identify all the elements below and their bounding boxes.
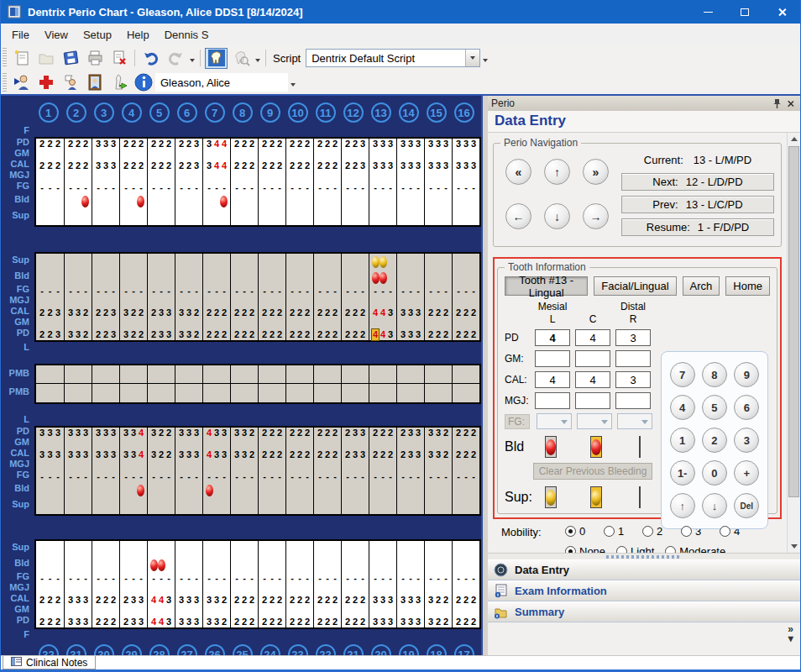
keypad-key-↓[interactable]: ↓ bbox=[702, 493, 727, 518]
tooth-column[interactable]: 222222--- bbox=[258, 428, 285, 514]
radio-plaque-none[interactable] bbox=[565, 546, 576, 553]
mgj-input-l[interactable] bbox=[535, 392, 570, 409]
tooth-column[interactable]: ---222222 bbox=[36, 541, 64, 627]
pmb-column[interactable] bbox=[64, 365, 92, 402]
redo-button[interactable] bbox=[164, 48, 186, 69]
tooth-column[interactable]: 223223--- bbox=[341, 139, 369, 225]
tooth-column[interactable]: ---222222 bbox=[313, 541, 341, 627]
tooth-column[interactable]: 333333--- bbox=[452, 139, 479, 225]
tooth-column[interactable]: 333333--- bbox=[92, 139, 119, 225]
tooth-column[interactable]: ---333333 bbox=[396, 541, 424, 627]
tooth-column[interactable]: ---333333 bbox=[396, 254, 424, 340]
view-dropdown[interactable] bbox=[253, 50, 262, 66]
tooth-column[interactable]: 333333--- bbox=[396, 139, 424, 225]
keypad-key-7[interactable]: 7 bbox=[670, 362, 695, 387]
nav-left-button[interactable]: ← bbox=[505, 203, 531, 229]
tooth-column[interactable]: 222222--- bbox=[119, 139, 147, 225]
tooth-number-4[interactable]: 4 bbox=[122, 102, 142, 123]
tooth-column[interactable]: ---233233 bbox=[147, 254, 175, 340]
tooth-column[interactable]: 333333--- bbox=[175, 428, 202, 514]
tooth-number-13[interactable]: 13 bbox=[371, 102, 391, 123]
pmb-column[interactable] bbox=[341, 365, 369, 402]
tooth-number-20[interactable]: 20 bbox=[371, 644, 391, 655]
pmb-column[interactable] bbox=[230, 365, 258, 402]
bleeding-box-r[interactable] bbox=[639, 436, 641, 458]
new-exam-button[interactable] bbox=[10, 48, 33, 69]
radio-label-moderate[interactable]: Moderate bbox=[679, 545, 725, 553]
tooth-number-11[interactable]: 11 bbox=[316, 102, 336, 123]
undo-redo-dropdown[interactable] bbox=[187, 50, 196, 66]
section-data-entry[interactable]: Data Entry bbox=[488, 559, 800, 580]
cal-input-c[interactable]: 4 bbox=[575, 371, 610, 388]
keypad-key-1[interactable]: 1 bbox=[670, 428, 695, 453]
gm-input-c[interactable] bbox=[575, 350, 610, 367]
tooth-column[interactable]: 233233--- bbox=[341, 428, 369, 514]
radio-label-none[interactable]: None bbox=[579, 545, 605, 553]
nav-right-button[interactable]: → bbox=[583, 203, 609, 229]
tooth-number-25[interactable]: 25 bbox=[233, 644, 253, 655]
tooth-column[interactable]: ---233233 bbox=[119, 541, 147, 627]
tooth-number-24[interactable]: 24 bbox=[260, 644, 280, 655]
suppuration-box-c[interactable] bbox=[590, 486, 602, 508]
suppuration-box-l[interactable] bbox=[545, 486, 557, 508]
tooth-number-19[interactable]: 19 bbox=[399, 644, 419, 655]
patient-picture-button[interactable] bbox=[83, 72, 106, 93]
pmb-column[interactable] bbox=[452, 365, 479, 402]
next-button[interactable]: Next: 12 - L/D/PD bbox=[621, 173, 774, 191]
tooth-column[interactable]: 222222--- bbox=[313, 428, 341, 514]
minimize-button[interactable] bbox=[689, 0, 726, 24]
radio-mobility-1[interactable] bbox=[604, 526, 615, 537]
pd-input-c[interactable]: 4 bbox=[575, 329, 610, 346]
tooth-column[interactable]: ---332332 bbox=[64, 254, 92, 340]
print-button[interactable] bbox=[83, 48, 106, 69]
script-more-dropdown[interactable] bbox=[480, 50, 490, 66]
keypad-key-2[interactable]: 2 bbox=[702, 428, 727, 453]
pd-input-l[interactable]: 4 bbox=[535, 329, 570, 346]
scrollbar-thumb[interactable] bbox=[788, 146, 799, 497]
maximize-button[interactable] bbox=[726, 0, 763, 24]
tooth-column[interactable]: 222222--- bbox=[285, 428, 313, 514]
keypad-key-1-[interactable]: 1- bbox=[670, 460, 695, 486]
facial-lingual-button[interactable]: Facial/Lingual bbox=[594, 276, 676, 296]
tooth-number-10[interactable]: 10 bbox=[288, 102, 308, 123]
pd-input-r[interactable]: 3 bbox=[615, 329, 651, 346]
tooth-number-9[interactable]: 9 bbox=[260, 102, 280, 123]
tooth-column[interactable]: ---222222 bbox=[341, 541, 369, 627]
radio-plaque-moderate[interactable] bbox=[665, 546, 676, 553]
tooth-column[interactable]: 222222--- bbox=[285, 139, 313, 225]
tooth-number-3[interactable]: 3 bbox=[94, 102, 114, 123]
clinical-notes-tab[interactable]: Clinical Notes bbox=[3, 656, 96, 669]
vertical-splitter[interactable] bbox=[481, 96, 488, 655]
patient-alerts-button[interactable] bbox=[59, 72, 81, 93]
tooth-number-1[interactable]: 1 bbox=[39, 102, 59, 123]
home-button[interactable]: Home bbox=[725, 276, 770, 296]
tooth-number-14[interactable]: 14 bbox=[399, 102, 419, 123]
keypad-key-8[interactable]: 8 bbox=[702, 362, 727, 387]
clear-previous-bleeding-button[interactable]: Clear Previous Bleeding bbox=[533, 463, 652, 480]
tooth-column[interactable]: 333333--- bbox=[424, 139, 452, 225]
tooth-column[interactable]: 222222--- bbox=[452, 428, 479, 514]
tooth-column[interactable]: ---322322 bbox=[119, 254, 147, 340]
tooth-column[interactable]: 222222--- bbox=[64, 139, 92, 225]
radio-mobility-0[interactable] bbox=[565, 526, 576, 537]
toolbar-grip[interactable] bbox=[3, 48, 7, 68]
gm-input-r[interactable] bbox=[615, 350, 651, 367]
nav-up-button[interactable]: ↑ bbox=[544, 159, 570, 185]
tooth-number-2[interactable]: 2 bbox=[66, 102, 86, 123]
radio-mobility-3[interactable] bbox=[681, 526, 692, 537]
undo-button[interactable] bbox=[139, 48, 162, 69]
cal-input-r[interactable]: 3 bbox=[615, 371, 651, 388]
tooth-column[interactable]: 222222--- bbox=[230, 139, 258, 225]
pmb-column[interactable] bbox=[175, 365, 202, 402]
menu-help[interactable]: Help bbox=[119, 26, 157, 44]
pmb-column[interactable] bbox=[119, 365, 147, 402]
tooth-column[interactable]: 223223--- bbox=[175, 139, 202, 225]
tooth-column[interactable]: 222222--- bbox=[369, 428, 396, 514]
tooth-column[interactable]: 333333--- bbox=[369, 139, 396, 225]
tooth-column[interactable]: 333333--- bbox=[36, 428, 64, 514]
suppuration-box-r[interactable] bbox=[639, 486, 641, 508]
menu-user[interactable]: Dennis S bbox=[157, 26, 217, 44]
tooth-column[interactable]: ---222222 bbox=[230, 541, 258, 627]
tooth-column[interactable]: 322322--- bbox=[147, 428, 175, 514]
tooth-column[interactable]: 333333--- bbox=[92, 428, 119, 514]
